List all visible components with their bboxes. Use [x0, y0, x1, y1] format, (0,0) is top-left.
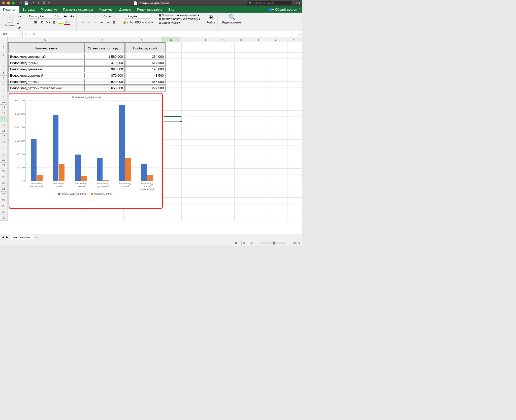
row-header[interactable]: 14	[0, 122, 8, 128]
copy-icon[interactable]: 📄▾	[17, 19, 22, 24]
font-color-icon[interactable]: A	[64, 20, 70, 25]
column-header[interactable]: G	[215, 37, 232, 42]
sheet-tab[interactable]: microexcel.ru	[10, 235, 33, 239]
decrease-indent-icon[interactable]: ⇤	[99, 20, 105, 25]
editing-button[interactable]: 🔍 Редактирование	[221, 14, 242, 24]
row-header[interactable]: 19	[0, 151, 8, 157]
redo-icon[interactable]: ↷	[37, 1, 40, 5]
column-header[interactable]: D	[163, 37, 180, 42]
expand-formula-bar-icon[interactable]: ▾	[298, 33, 302, 36]
row-header[interactable]: 29	[0, 209, 8, 215]
row-header[interactable]: 21	[0, 163, 8, 168]
format-painter-icon[interactable]: 🖌	[17, 25, 22, 30]
row-header[interactable]: 16	[0, 134, 8, 139]
column-header[interactable]: K	[285, 37, 302, 42]
row-header[interactable]: 2	[0, 52, 8, 58]
row-header[interactable]: 15	[0, 128, 8, 134]
row-header[interactable]: 13	[0, 116, 8, 122]
zoom-level[interactable]: 100 %	[293, 242, 300, 245]
wrap-text-icon[interactable]: ↵	[109, 14, 114, 19]
cells-button[interactable]: ⊞ Ячейки	[206, 14, 216, 24]
column-header[interactable]: C	[122, 37, 163, 42]
row-header[interactable]: 10	[0, 99, 8, 105]
align-top-icon[interactable]: ≡	[83, 14, 89, 19]
font-size-select[interactable]: 12 ▾	[54, 14, 62, 19]
italic-button[interactable]: К	[39, 20, 45, 25]
column-header[interactable]: F	[197, 37, 215, 42]
row-header[interactable]: 1	[0, 42, 8, 52]
row-header[interactable]: 17	[0, 139, 8, 145]
add-sheet-button[interactable]: +	[35, 235, 37, 239]
increase-font-icon[interactable]: A▴	[63, 14, 69, 19]
zoom-slider[interactable]	[261, 243, 286, 244]
row-header[interactable]: 3	[0, 58, 8, 64]
row-header[interactable]: 7	[0, 81, 8, 87]
orientation-icon[interactable]: ⤢	[102, 14, 108, 19]
row-header[interactable]: 6	[0, 76, 8, 81]
undo-icon[interactable]: ↶	[31, 1, 34, 5]
percent-icon[interactable]: %	[129, 20, 134, 25]
page-break-view-icon[interactable]: ⊞	[249, 241, 254, 245]
tab-home[interactable]: Главная	[0, 6, 19, 13]
chart-title[interactable]: Название диаграммы	[12, 96, 159, 99]
close-window-button[interactable]	[2, 2, 5, 5]
row-header[interactable]: 28	[0, 203, 8, 209]
row-header[interactable]: 26	[0, 192, 8, 197]
borders-icon[interactable]: ⊞	[52, 20, 57, 25]
cell-styles-button[interactable]: ▦ Стили ячеек ▾	[158, 21, 200, 24]
row-header[interactable]: 30	[0, 215, 8, 221]
increase-decimal-icon[interactable]: ←.0	[141, 20, 147, 25]
tab-review[interactable]: Рецензирование	[134, 6, 165, 13]
row-header[interactable]: 11	[0, 105, 8, 110]
name-box[interactable]: D13▾	[0, 31, 23, 37]
row-header[interactable]: 8	[0, 87, 8, 93]
font-name-select[interactable]: Calibri (Осн… ▾	[28, 14, 53, 19]
row-header[interactable]: 23	[0, 174, 8, 180]
row-header[interactable]: 5	[0, 70, 8, 76]
row-header[interactable]: 24	[0, 180, 8, 186]
save-icon[interactable]: 💾	[24, 1, 28, 5]
select-all-corner[interactable]	[0, 37, 8, 42]
normal-view-icon[interactable]: ▦	[234, 241, 239, 245]
qat-customize-icon[interactable]: ▾	[48, 1, 50, 5]
align-right-icon[interactable]: ≡	[93, 20, 98, 25]
page-layout-view-icon[interactable]: ▤	[241, 241, 246, 245]
tab-data[interactable]: Данные	[116, 6, 134, 13]
conditional-formatting-button[interactable]: ▦ Условное форматирование ▾	[158, 14, 200, 17]
underline-button[interactable]: Ч▾	[45, 20, 51, 25]
zoom-out-button[interactable]: −	[256, 242, 258, 245]
tab-formulas[interactable]: Формулы	[96, 6, 116, 13]
paste-button[interactable]: 📋 Вставить	[4, 16, 16, 27]
comma-icon[interactable]: 000	[135, 20, 141, 25]
row-header[interactable]: 12	[0, 110, 8, 116]
merge-cells-icon[interactable]: ⊟	[112, 20, 117, 25]
align-middle-icon[interactable]: ≡	[90, 14, 95, 19]
share-button[interactable]: 👥+ Общий доступ	[268, 8, 297, 11]
number-format-select[interactable]: Общий ▾	[125, 14, 150, 19]
minimize-window-button[interactable]	[7, 2, 10, 5]
data-table[interactable]: НаименованиеОбъем закупки, в руб.Прибыль…	[8, 42, 166, 92]
user-icon[interactable]: ☺▾	[295, 1, 300, 5]
align-left-icon[interactable]: ≡	[80, 20, 86, 25]
tab-page-layout[interactable]: Разметка страницы	[60, 6, 96, 13]
column-header[interactable]: I	[250, 37, 267, 42]
column-header[interactable]: H	[232, 37, 250, 42]
align-center-icon[interactable]: ≡	[86, 20, 92, 25]
worksheet-grid[interactable]: ABCDEFGHIJK 1234567891011121314151617181…	[0, 37, 302, 234]
prev-sheet-icon[interactable]: ◀	[2, 235, 4, 239]
tab-view[interactable]: Вид	[166, 6, 178, 13]
row-header[interactable]: 27	[0, 197, 8, 203]
row-header[interactable]: 25	[0, 186, 8, 192]
decrease-font-icon[interactable]: A▾	[69, 14, 75, 19]
bold-button[interactable]: Ж	[33, 20, 38, 25]
zoom-in-button[interactable]: +	[288, 242, 290, 245]
fx-icon[interactable]: fx	[32, 33, 37, 36]
collapse-ribbon-icon[interactable]: ˄	[299, 8, 300, 11]
print-icon[interactable]: 🖶	[42, 1, 46, 5]
cancel-formula-icon[interactable]: ✕	[24, 33, 27, 36]
row-header[interactable]: 18	[0, 145, 8, 151]
decrease-decimal-icon[interactable]: .0→	[148, 20, 153, 25]
active-cell[interactable]	[164, 116, 181, 122]
align-bottom-icon[interactable]: ≡	[96, 14, 102, 19]
increase-indent-icon[interactable]: ⇥	[105, 20, 111, 25]
